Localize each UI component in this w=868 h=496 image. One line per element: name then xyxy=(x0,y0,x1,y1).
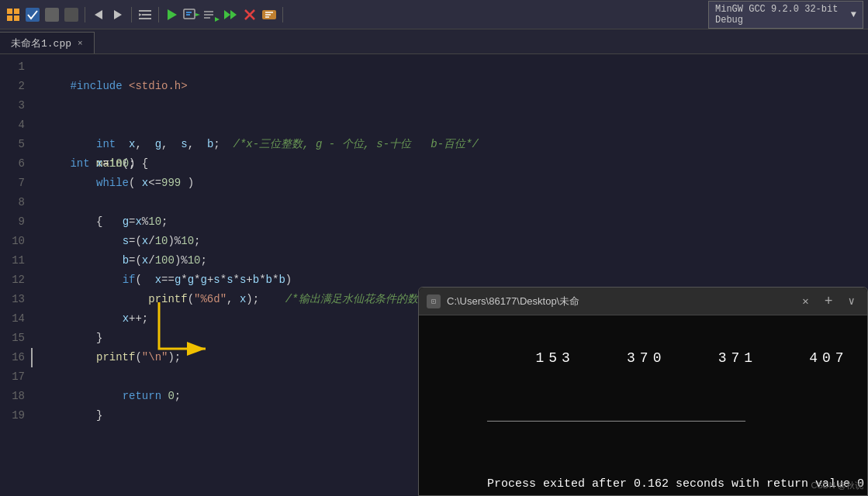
editor-area: 1 2 3 4 5 6 7 8 9 10 11 12 13 14 15 16 1… xyxy=(0,54,868,496)
toolbar-separator-3 xyxy=(158,7,159,22)
code-line-4: int x, g, s, b; /*x-三位整数, g - 个位, s-十位 b… xyxy=(31,115,868,135)
line-num-3: 3 xyxy=(0,96,25,115)
svg-marker-21 xyxy=(215,17,220,22)
toolbar-separator-1 xyxy=(85,7,85,22)
code-line-6: while( x<=999 ) xyxy=(31,154,868,174)
line-num-12: 12 xyxy=(0,270,25,290)
config-dropdown[interactable]: MinGW GCC 9.2.0 32-bit Debug ▼ xyxy=(708,1,863,29)
line-num-10: 10 xyxy=(0,232,25,251)
line-num-7: 7 xyxy=(0,174,25,193)
svg-marker-8 xyxy=(114,10,122,19)
toolbar-icon-stop2[interactable] xyxy=(63,6,80,23)
toolbar-icon-settings[interactable] xyxy=(261,6,278,23)
terminal-new-button[interactable]: + xyxy=(820,292,838,311)
line-num-11: 11 xyxy=(0,251,25,270)
line-num-16: 16 xyxy=(0,348,25,367)
svg-marker-13 xyxy=(168,9,177,20)
line-num-5: 5 xyxy=(0,135,25,154)
terminal-icon: ⊡ xyxy=(427,294,441,308)
toolbar-icon-forward[interactable] xyxy=(109,6,126,23)
line-num-19: 19 xyxy=(0,406,25,425)
config-label: MinGW GCC 9.2.0 32-bit Debug xyxy=(715,4,851,26)
svg-rect-1 xyxy=(14,9,19,14)
config-chevron: ▼ xyxy=(851,9,856,20)
svg-rect-2 xyxy=(7,16,12,21)
terminal-exit-text: Process exited after 0.162 seconds with … xyxy=(487,477,864,491)
terminal-divider-text: ───────────────────────────────────── xyxy=(487,415,745,429)
svg-marker-12 xyxy=(139,13,142,16)
line-num-13: 13 xyxy=(0,290,25,309)
svg-rect-6 xyxy=(64,8,78,22)
code-line-2 xyxy=(31,77,868,96)
toolbar-separator-4 xyxy=(282,7,283,22)
toolbar-icon-stop[interactable] xyxy=(43,6,61,23)
terminal-divider: ───────────────────────────────────── xyxy=(431,394,855,450)
line-num-15: 15 xyxy=(0,329,25,348)
toolbar-icon-run[interactable] xyxy=(164,6,181,23)
code-line-8: g=x%10; xyxy=(31,193,868,212)
line-num-6: 6 xyxy=(0,154,25,174)
tab-close-button[interactable]: × xyxy=(78,39,83,48)
toolbar-icon-indent[interactable] xyxy=(137,6,154,23)
line-num-18: 18 xyxy=(0,387,25,406)
tab-file[interactable]: 未命名1.cpp × xyxy=(0,32,95,53)
line-num-8: 8 xyxy=(0,193,25,212)
svg-rect-0 xyxy=(7,9,12,14)
line-num-9: 9 xyxy=(0,212,25,232)
line-num-14: 14 xyxy=(0,309,25,329)
terminal-icon-symbol: ⊡ xyxy=(431,297,436,306)
line-numbers: 1 2 3 4 5 6 7 8 9 10 11 12 13 14 15 16 1… xyxy=(0,54,31,496)
svg-marker-7 xyxy=(95,10,102,19)
toolbar-separator-2 xyxy=(131,7,132,22)
terminal-results: 153 370 371 407 xyxy=(431,325,855,394)
toolbar-icon-check[interactable] xyxy=(24,6,41,23)
svg-marker-22 xyxy=(224,10,230,19)
code-line-3: int main() { xyxy=(31,96,868,115)
toolbar-icon-back[interactable] xyxy=(90,6,107,23)
line-num-1: 1 xyxy=(0,57,25,77)
toolbar-icon-grid[interactable] xyxy=(5,6,22,23)
svg-rect-3 xyxy=(14,16,19,21)
terminal-chevron-button[interactable]: ∨ xyxy=(844,293,859,309)
svg-marker-23 xyxy=(230,10,237,19)
terminal-output-numbers: 153 370 371 407 xyxy=(535,350,848,366)
toolbar-icon-compile[interactable] xyxy=(183,6,200,23)
terminal-close-button[interactable]: ✕ xyxy=(797,293,813,309)
watermark: CSDN @秋说 xyxy=(811,480,863,491)
code-line-10: b=(x/100)%10; xyxy=(31,232,868,251)
toolbar-icon-step[interactable] xyxy=(202,6,220,23)
toolbar-icon-stop-red[interactable] xyxy=(241,6,258,23)
tab-bar: 未命名1.cpp × xyxy=(0,29,868,54)
svg-rect-4 xyxy=(26,8,40,22)
code-line-11: if( x==g*g*g+s*s*s+b*b*b) xyxy=(31,251,868,270)
line-num-2: 2 xyxy=(0,77,25,96)
svg-rect-5 xyxy=(45,8,59,22)
terminal-title: C:\Users\86177\Desktop\未命 xyxy=(447,294,791,308)
code-line-7: { xyxy=(31,174,868,193)
svg-rect-14 xyxy=(184,9,195,19)
terminal-body: 153 370 371 407 ────────────────────────… xyxy=(419,315,867,495)
svg-marker-17 xyxy=(195,13,200,16)
code-line-5: x=100; xyxy=(31,135,868,154)
code-line-9: s=(x/10)%10; xyxy=(31,212,868,232)
code-line-1: #include <stdio.h> xyxy=(31,57,868,77)
line-num-4: 4 xyxy=(0,115,25,135)
terminal-titlebar: ⊡ C:\Users\86177\Desktop\未命 ✕ + ∨ xyxy=(419,288,867,315)
tab-filename: 未命名1.cpp xyxy=(11,36,71,50)
toolbar-icon-fastrun[interactable] xyxy=(222,6,239,23)
terminal-exit-message: Process exited after 0.162 seconds with … xyxy=(431,456,855,495)
line-num-17: 17 xyxy=(0,367,25,387)
toolbar: MinGW GCC 9.2.0 32-bit Debug ▼ xyxy=(0,0,868,29)
terminal-panel: ⊡ C:\Users\86177\Desktop\未命 ✕ + ∨ 153 37… xyxy=(418,287,868,496)
